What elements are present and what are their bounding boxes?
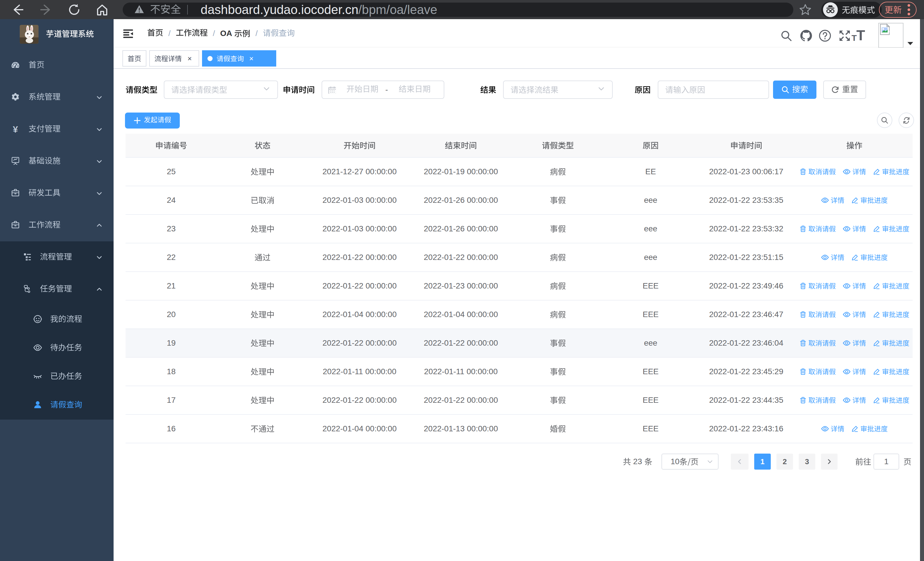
svg-text:T: T xyxy=(852,33,856,42)
svg-text:T: T xyxy=(856,29,865,42)
